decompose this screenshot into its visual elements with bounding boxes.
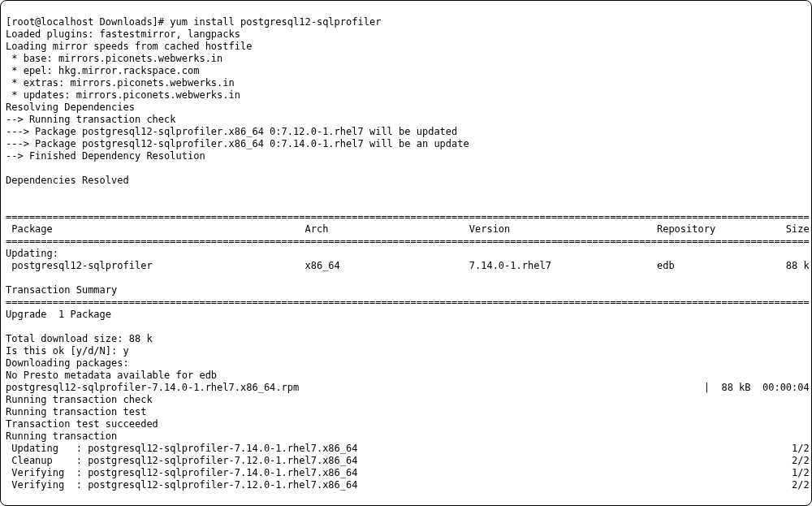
download-size-line: Total download size: 88 k <box>6 333 153 344</box>
table-row: postgresql12-sqlprofiler x86_64 7.14.0-1… <box>6 260 810 271</box>
output-line: * epel: hkg.mirror.rackspace.com <box>6 65 199 76</box>
output-line: Resolving Dependencies <box>6 102 135 113</box>
confirm-prompt-line: Is this ok [y/d/N]: y <box>6 345 129 357</box>
output-line: --> Finished Dependency Resolution <box>6 150 205 162</box>
blank <box>6 272 11 283</box>
output-line: Dependencies Resolved <box>6 175 129 186</box>
upgrade-count-line: Upgrade 1 Package <box>6 309 111 320</box>
output-line: * base: mirrors.piconets.webwerks.in <box>6 53 222 64</box>
output-line: * updates: mirrors.piconets.webwerks.in <box>6 89 240 101</box>
output-line: --> Running transaction check <box>6 114 176 125</box>
table-section-updating: Updating: <box>6 248 58 259</box>
transaction-step: Verifying : postgresql12-sqlprofiler-7.1… <box>6 467 810 478</box>
transaction-step: Cleanup : postgresql12-sqlprofiler-7.12.… <box>6 455 810 466</box>
test-succeeded: Transaction test succeeded <box>6 418 158 430</box>
transaction-step: Verifying : postgresql12-sqlprofiler-7.1… <box>6 479 810 491</box>
divider-double: ========================================… <box>6 236 810 247</box>
rpm-download-line: postgresql12-sqlprofiler-7.14.0-1.rhel7.… <box>6 382 810 393</box>
divider-double: ========================================… <box>6 211 810 223</box>
transaction-summary-label: Transaction Summary <box>6 284 117 296</box>
output-line <box>6 187 11 198</box>
blank <box>6 321 11 332</box>
running-transaction: Running transaction <box>6 430 117 442</box>
downloading-label: Downloading packages: <box>6 357 129 369</box>
running-test: Running transaction test <box>6 406 146 417</box>
output-line <box>6 162 11 174</box>
terminal-output: [root@localhost Downloads]# yum install … <box>0 0 812 506</box>
output-line: ---> Package postgresql12-sqlprofiler.x8… <box>6 138 469 149</box>
presto-line: No Presto metadata available for edb <box>6 370 217 381</box>
shell-prompt-line: [root@localhost Downloads]# yum install … <box>6 16 381 28</box>
running-check: Running transaction check <box>6 394 153 405</box>
divider-double: ========================================… <box>6 296 810 308</box>
pre-table-block: Loaded plugins: fastestmirror, langpacks… <box>6 28 806 199</box>
table-header: Package Arch Version Repository Size <box>6 223 810 235</box>
transaction-steps: Updating : postgresql12-sqlprofiler-7.14… <box>6 443 806 491</box>
output-line: * extras: mirrors.piconets.webwerks.in <box>6 77 235 89</box>
output-line: Loading mirror speeds from cached hostfi… <box>6 41 252 52</box>
output-line: ---> Package postgresql12-sqlprofiler.x8… <box>6 126 457 137</box>
output-line: Loaded plugins: fastestmirror, langpacks <box>6 28 240 40</box>
transaction-step: Updating : postgresql12-sqlprofiler-7.14… <box>6 443 810 454</box>
